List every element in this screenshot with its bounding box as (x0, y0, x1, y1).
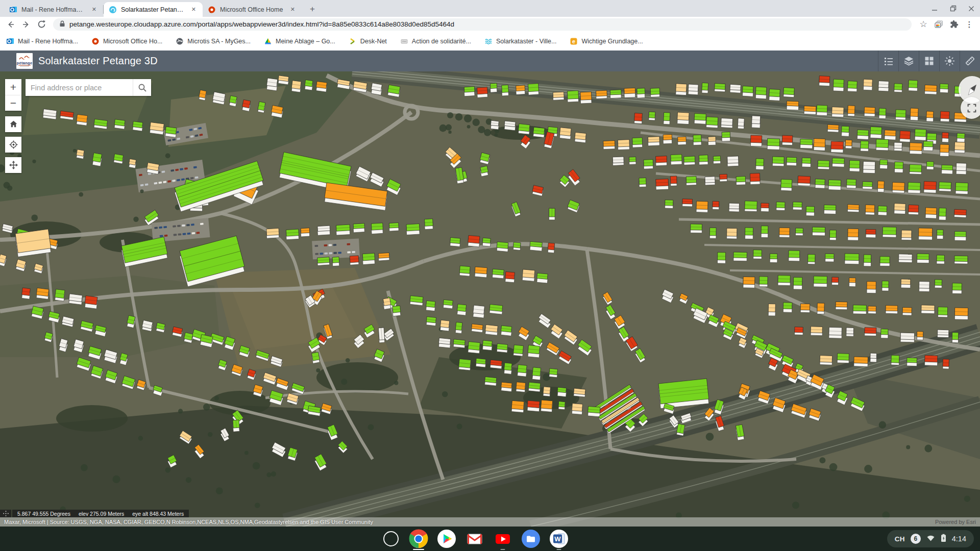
search-icon (138, 83, 147, 92)
bookmark-label: Meine Ablage – Go... (276, 38, 335, 45)
coords-degrees: 5.867 49.555 Degrees (17, 511, 70, 517)
browser-tab-strip: Mail - Rene Hoffmann - Outlook ✕ Solarka… (0, 0, 980, 17)
keyboard-layout-indicator: CH (895, 535, 905, 543)
outlook-icon (6, 37, 14, 45)
zoom-in-button[interactable]: + (5, 79, 21, 95)
bookmark-label: Wichtige Grundlage... (581, 38, 643, 45)
bookmark-action[interactable]: Action de solidarité... (400, 37, 471, 45)
bookmark-desknet[interactable]: Desk-Net (349, 37, 387, 45)
tab-label: Microsoft Office Home (220, 6, 285, 13)
play-store-icon[interactable] (437, 529, 456, 548)
waves-icon (484, 37, 493, 45)
tab-label: Mail - Rene Hoffmann - Outlook (21, 6, 86, 13)
coordinates-bar: 5.867 49.555 Degrees elev 275.09 Meters … (0, 510, 189, 517)
bookmark-mail[interactable]: Mail - Rene Hoffma... (6, 37, 78, 45)
measure-ruler-icon[interactable] (960, 51, 980, 71)
editus-icon: e (570, 37, 578, 45)
app-header: pétange Solarkataster Petange 3D (0, 51, 980, 71)
coords-elevation: elev 275.09 Meters (79, 511, 124, 517)
forward-icon[interactable] (19, 18, 33, 31)
new-tab-button[interactable]: + (306, 3, 319, 16)
bookmark-office[interactable]: Microsoft Office Ho... (91, 37, 162, 45)
powered-by-esri: Powered by Esri (935, 519, 976, 525)
url-text: petange.westeurope.cloudapp.azure.com/po… (69, 20, 454, 28)
close-icon[interactable] (968, 5, 975, 12)
bookmark-solarkataster[interactable]: Solarkataster - Ville... (484, 37, 557, 45)
globe-icon (176, 37, 184, 45)
tab-solarkataster[interactable]: Solarkataster Petange 3D ✕ (104, 2, 203, 17)
stamp-icon (400, 37, 408, 45)
tab-mail-outlook[interactable]: Mail - Rene Hoffmann - Outlook ✕ (4, 2, 103, 17)
chromeos-shelf: W CH 6 4:14 (0, 527, 980, 551)
bookmark-label: Microtis SA - MyGes... (187, 38, 251, 45)
logo-underline (18, 65, 31, 67)
coords-eye-altitude: eye alt 848.43 Meters (132, 511, 184, 517)
tab-office-home[interactable]: Microsoft Office Home ✕ (203, 2, 302, 17)
logo-text: pétange (17, 61, 33, 65)
lock-icon (59, 20, 65, 29)
basemap-gallery-icon[interactable] (919, 51, 939, 71)
attribution-bar: Maxar, Microsoft | Source: USGS, NGA, NA… (0, 517, 980, 527)
home-button[interactable] (5, 116, 21, 132)
tab-label: Solarkataster Petange 3D (121, 6, 186, 13)
chevron-icon (349, 37, 357, 45)
bookmark-label: Solarkataster - Ville... (496, 38, 557, 45)
shelf-apps: W (409, 529, 569, 548)
running-app-indicator (501, 549, 505, 550)
bookmark-star-icon[interactable]: ☆ (917, 18, 930, 31)
chrome-icon[interactable] (409, 529, 428, 548)
status-tray[interactable]: CH 6 4:14 (887, 530, 974, 547)
bookmark-wichtige[interactable]: e Wichtige Grundlage... (570, 37, 643, 45)
coordinate-readout: 5.867 49.555 Degrees elev 275.09 Meters … (12, 510, 189, 517)
bookmark-label: Desk-Net (360, 38, 387, 45)
office-icon (91, 37, 100, 45)
tab-close-icon[interactable]: ✕ (90, 6, 98, 13)
header-toolbar (878, 51, 980, 71)
petange-logo: pétange (16, 53, 33, 69)
tab-close-icon[interactable]: ✕ (190, 6, 198, 13)
bookmark-label: Action de solidarité... (412, 38, 471, 45)
svg-text:W: W (554, 535, 561, 543)
svg-text:e: e (572, 38, 575, 44)
address-bar[interactable]: petange.westeurope.cloudapp.azure.com/po… (53, 18, 912, 31)
back-icon[interactable] (4, 18, 17, 31)
gallery-extension-icon[interactable] (932, 18, 945, 31)
fullscreen-button[interactable] (961, 97, 980, 119)
reload-icon[interactable] (35, 18, 48, 31)
menu-icon[interactable]: ⋮ (963, 18, 976, 31)
bookmark-label: Mail - Rene Hoffma... (18, 38, 78, 45)
youtube-icon[interactable] (493, 529, 512, 548)
search-button[interactable] (133, 79, 151, 96)
files-icon[interactable] (521, 529, 541, 548)
outlook-favicon-icon (9, 6, 17, 14)
map-viewport[interactable]: + − 5.867 49.555 Degrees elev 275.09 Met… (0, 71, 980, 527)
launcher-button[interactable] (383, 531, 399, 546)
locate-button[interactable] (5, 137, 21, 153)
search-box (26, 79, 151, 96)
bookmarks-bar: Mail - Rene Hoffma... Microsoft Office H… (0, 32, 980, 51)
crosshair-icon[interactable] (0, 510, 11, 517)
layers-icon[interactable] (898, 51, 919, 71)
running-app-indicator (557, 549, 561, 550)
browser-toolbar: petange.westeurope.cloudapp.azure.com/po… (0, 17, 980, 32)
extensions-puzzle-icon[interactable] (947, 18, 961, 31)
pan-button[interactable] (5, 157, 21, 173)
word-icon[interactable]: W (549, 529, 569, 548)
attribution-text: Maxar, Microsoft | Source: USGS, NGA, NA… (4, 519, 373, 525)
restore-icon[interactable] (949, 5, 957, 12)
clock: 4:14 (952, 535, 966, 543)
daylight-sun-icon[interactable] (939, 51, 960, 71)
home-icon (9, 119, 18, 129)
zoom-out-button[interactable]: − (5, 95, 21, 111)
search-input[interactable] (26, 79, 133, 96)
active-app-indicator (413, 549, 424, 550)
map-3d-scene[interactable] (0, 71, 980, 527)
drive-icon (264, 37, 272, 45)
bookmark-drive[interactable]: Meine Ablage – Go... (264, 37, 335, 45)
legend-icon[interactable] (878, 51, 898, 71)
wifi-icon (926, 534, 935, 544)
minimize-icon[interactable] (931, 5, 938, 12)
bookmark-microtis[interactable]: Microtis SA - MyGes... (176, 37, 251, 45)
gmail-icon[interactable] (465, 529, 484, 548)
tab-close-icon[interactable]: ✕ (289, 6, 297, 13)
